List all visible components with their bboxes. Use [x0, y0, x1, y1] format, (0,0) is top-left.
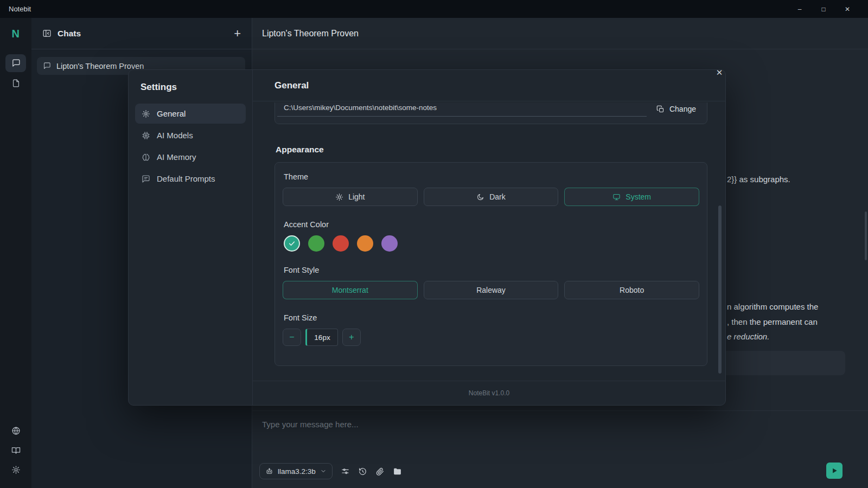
maximize-button[interactable]: □ — [812, 0, 835, 18]
accent-color-field: Accent Color — [283, 220, 699, 252]
settings-nav: Settings General AI Models AI Memory Def… — [129, 70, 253, 405]
theme-option-label: System — [626, 192, 651, 201]
sidebar-header: Chats + — [31, 18, 252, 49]
close-icon[interactable]: ✕ — [711, 65, 727, 81]
history-icon[interactable] — [358, 467, 367, 476]
document-icon — [11, 79, 21, 88]
app-logo: N — [12, 28, 20, 40]
accent-swatch-red[interactable] — [333, 235, 349, 252]
settings-scroll-area: Change Appearance Theme Light — [253, 101, 725, 381]
brain-icon — [142, 153, 150, 162]
font-montserrat-button[interactable]: Montserrat — [283, 281, 418, 299]
settings-nav-default-prompts[interactable]: Default Prompts — [135, 169, 246, 189]
settings-nav-ai-memory[interactable]: AI Memory — [135, 147, 246, 167]
font-style-field: Font Style Montserrat Raleway Roboto — [283, 266, 699, 299]
appearance-heading: Appearance — [276, 145, 706, 155]
decrease-font-button[interactable]: − — [283, 329, 301, 346]
chat-message-fragment: , then the permanent can — [727, 317, 818, 326]
chat-settings-sliders-icon[interactable] — [341, 467, 350, 476]
settings-nav-ai-models[interactable]: AI Models — [135, 125, 246, 145]
chat-item-title: Lipton's Theorem Proven — [56, 62, 144, 70]
icon-rail: N — [0, 18, 31, 488]
rail-library-button[interactable] — [5, 441, 26, 459]
font-size-stepper: − 16px + — [283, 329, 699, 346]
theme-field: Theme Light Dark — [283, 172, 699, 206]
accent-swatch-teal[interactable] — [284, 235, 300, 252]
chat-message-fragment: e reduction. — [727, 332, 769, 341]
chat-header: Lipton's Theorem Proven — [252, 18, 868, 49]
moon-icon — [476, 193, 484, 201]
settings-section-title: General — [253, 70, 725, 101]
new-chat-button[interactable]: + — [234, 28, 241, 40]
accent-color-label: Accent Color — [284, 220, 698, 229]
check-icon — [288, 240, 296, 247]
chat-message-fragment: n algorithm computes the — [727, 302, 818, 311]
accent-swatch-orange[interactable] — [357, 235, 373, 252]
settings-nav-label: AI Models — [157, 131, 193, 140]
settings-nav-label: General — [157, 109, 186, 118]
message-composer: llama3.2:3b — [252, 410, 868, 488]
rail-chats-button[interactable] — [5, 54, 26, 72]
rail-notes-button[interactable] — [5, 74, 26, 92]
send-button[interactable] — [826, 463, 843, 479]
model-name: llama3.2:3b — [278, 467, 316, 476]
theme-system-button[interactable]: System — [564, 188, 699, 206]
send-play-icon — [831, 467, 838, 474]
appearance-card: Theme Light Dark — [275, 162, 707, 366]
accent-swatch-green[interactable] — [308, 235, 324, 252]
font-size-label: Font Size — [284, 313, 698, 322]
app-title: Notebit — [9, 5, 31, 13]
globe-icon — [11, 426, 21, 435]
collapse-sidebar-icon[interactable] — [42, 29, 52, 38]
composer-toolbar: llama3.2:3b — [259, 463, 402, 479]
theme-dark-button[interactable]: Dark — [424, 188, 559, 206]
window-controls: – □ ✕ — [788, 0, 859, 18]
book-icon — [11, 446, 21, 455]
font-style-label: Font Style — [284, 266, 698, 274]
font-size-value: 16px — [305, 329, 338, 346]
message-block — [723, 351, 845, 375]
settings-content: General Change Appearance Theme — [253, 70, 725, 405]
theme-option-label: Dark — [489, 192, 506, 201]
prompt-bubble-icon — [142, 175, 150, 183]
settings-title: Settings — [135, 79, 246, 104]
chat-scrollbar[interactable] — [865, 211, 867, 260]
change-folder-button[interactable]: Change — [652, 102, 700, 117]
font-option-label: Raleway — [476, 286, 506, 294]
sidebar-title: Chats — [58, 29, 81, 38]
titlebar: Notebit – □ ✕ — [0, 0, 868, 18]
increase-font-button[interactable]: + — [342, 329, 361, 346]
message-input[interactable] — [262, 420, 609, 429]
chat-title: Lipton's Theorem Proven — [262, 29, 359, 38]
paperclip-icon[interactable] — [375, 467, 385, 476]
notes-folder-path-input[interactable] — [277, 102, 647, 117]
rail-bottom-group — [5, 422, 26, 488]
settings-scrollbar[interactable] — [718, 206, 722, 374]
robot-icon — [265, 467, 273, 476]
close-button[interactable]: ✕ — [835, 0, 859, 18]
notes-folder-card: Change — [275, 102, 707, 124]
accent-swatch-purple[interactable] — [381, 235, 398, 252]
chevron-down-icon — [320, 468, 327, 474]
settings-nav-label: Default Prompts — [157, 174, 215, 183]
settings-nav-label: AI Memory — [157, 152, 196, 162]
rail-web-button[interactable] — [5, 422, 26, 440]
gear-icon — [142, 110, 150, 118]
font-roboto-button[interactable]: Roboto — [564, 281, 699, 299]
font-option-label: Montserrat — [332, 286, 368, 294]
theme-light-button[interactable]: Light — [283, 188, 418, 206]
font-size-field: Font Size − 16px + — [283, 313, 699, 346]
minimize-button[interactable]: – — [788, 0, 812, 18]
cpu-chip-icon — [142, 131, 150, 140]
font-raleway-button[interactable]: Raleway — [424, 281, 559, 299]
change-folder-label: Change — [669, 105, 696, 113]
chat-bubble-icon — [43, 62, 51, 70]
model-selector[interactable]: llama3.2:3b — [259, 463, 333, 479]
folder-icon[interactable] — [393, 467, 402, 476]
settings-modal: ✕ Settings General AI Models AI Memory D… — [128, 69, 726, 406]
monitor-icon — [612, 193, 621, 201]
chat-message-fragment: 2}} as subgraphs. — [727, 175, 790, 184]
rail-settings-button[interactable] — [5, 461, 26, 479]
gear-icon — [11, 465, 21, 474]
settings-nav-general[interactable]: General — [135, 104, 246, 124]
